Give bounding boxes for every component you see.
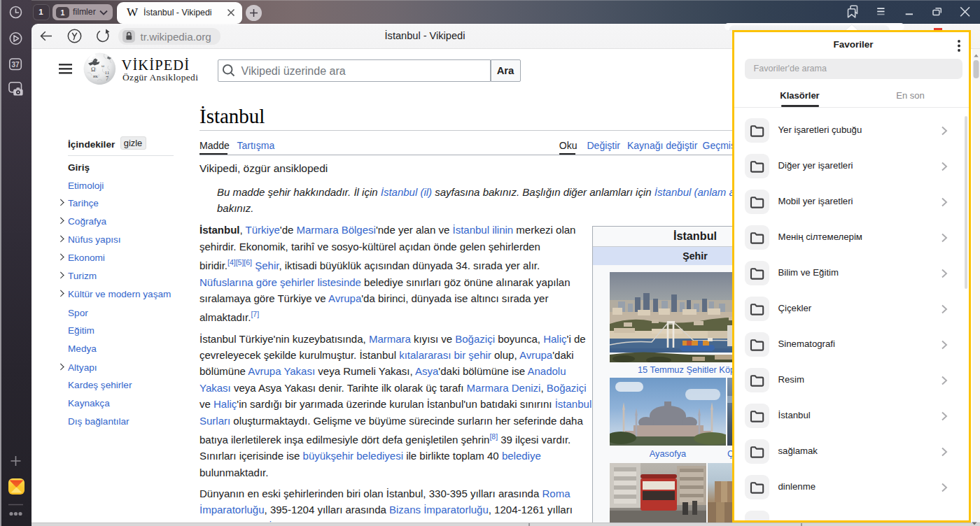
- svg-text:ω: ω: [102, 64, 104, 68]
- svg-text:Ω: Ω: [91, 66, 95, 73]
- svg-text:ик: ик: [93, 73, 98, 78]
- svg-text:11: 11: [105, 70, 110, 76]
- svg-text:37: 37: [11, 61, 20, 69]
- svg-text:7: 7: [106, 76, 108, 82]
